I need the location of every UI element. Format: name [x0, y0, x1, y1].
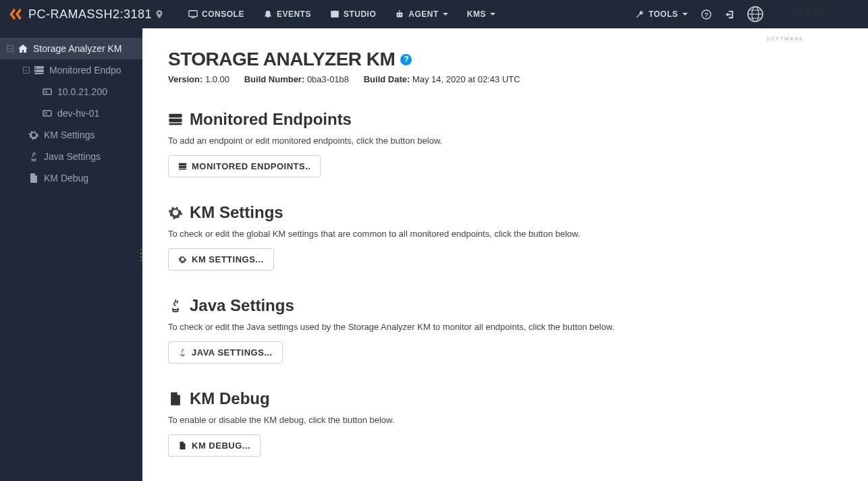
- tree-monitored-label: Monitored Endpo: [49, 65, 121, 76]
- server-icon: [168, 112, 183, 127]
- tree-java-settings-label: Java Settings: [44, 151, 101, 162]
- build-label: Build Number:: [244, 74, 305, 84]
- section-title: KM Debug: [190, 389, 270, 408]
- section-desc: To add an endpoint or edit monitored end…: [168, 136, 842, 146]
- file-icon: [28, 173, 39, 183]
- section-title: Monitored Endpoints: [190, 110, 352, 129]
- gear-icon: [168, 205, 183, 220]
- server-icon: [34, 65, 45, 76]
- tree-collapse-icon[interactable]: −: [7, 45, 13, 52]
- caret-down-icon: [443, 13, 448, 16]
- button-label: KM Debug...: [192, 441, 250, 451]
- tree-java-settings[interactable]: Java Settings: [0, 146, 142, 167]
- java-icon: [28, 151, 39, 162]
- tree-endpoint-label: 10.0.21.200: [57, 86, 107, 97]
- caret-down-icon: [490, 13, 495, 16]
- location-pin-icon[interactable]: [155, 9, 164, 19]
- tree-km-settings[interactable]: KM Settings: [0, 124, 142, 146]
- section-km-debug: KM Debug To enable or disable the KM deb…: [168, 389, 842, 457]
- section-title: KM Settings: [190, 203, 283, 222]
- version-info: Version: 1.0.00 Build Number: 0ba3-01b8 …: [168, 74, 842, 84]
- date-label: Build Date:: [364, 74, 410, 84]
- nav-studio-label: Studio: [344, 9, 376, 19]
- main-content: STORAGE ANALYZER KM ? Version: 1.0.00 Bu…: [142, 28, 868, 481]
- nav-agent[interactable]: Agent: [385, 0, 458, 28]
- nav-kms[interactable]: KMs: [458, 0, 505, 28]
- help-icon[interactable]: ?: [400, 54, 412, 65]
- tree-root-label: Storage Analyzer KM: [33, 43, 122, 54]
- sentry-globe-icon: [747, 6, 763, 22]
- section-desc: To enable or disable the KM debug, click…: [168, 415, 842, 425]
- tree-endpoint-label: dev-hv-01: [57, 108, 99, 119]
- caret-down-icon: [682, 13, 688, 16]
- button-label: Java Settings...: [192, 347, 273, 358]
- sidebar-resize-handle[interactable]: ⋮⋮: [136, 252, 146, 258]
- help-button[interactable]: [695, 9, 718, 20]
- tree-monitored-endpoints[interactable]: − Monitored Endpo: [0, 59, 142, 81]
- version-value: 1.0.00: [205, 74, 229, 84]
- tree-km-debug[interactable]: KM Debug: [0, 167, 142, 189]
- nav-tools[interactable]: Tools: [628, 0, 695, 28]
- home-icon: [18, 43, 28, 54]
- java-icon: [168, 298, 183, 313]
- section-desc: To check or edit the global KM settings …: [168, 229, 842, 239]
- java-icon: [178, 348, 187, 357]
- section-endpoints: Monitored Endpoints To add an endpoint o…: [168, 110, 842, 177]
- km-debug-button[interactable]: KM Debug...: [168, 434, 261, 457]
- section-title: Java Settings: [190, 296, 294, 315]
- nav-links: Console Events Studio Agent KMs: [179, 0, 505, 28]
- top-navbar: PC-RAMASSH2:3181 Console Events Studio A…: [0, 0, 868, 28]
- logout-button[interactable]: [718, 9, 742, 20]
- file-icon: [178, 441, 187, 450]
- nav-right: Tools SENTRYSOFTWARE: [628, 0, 868, 28]
- tree-km-settings-label: KM Settings: [44, 130, 94, 140]
- section-km-settings: KM Settings To check or edit the global …: [168, 203, 842, 271]
- file-icon: [168, 391, 183, 406]
- section-desc: To check or edit the Java settings used …: [168, 322, 842, 332]
- monitored-endpoints-button[interactable]: Monitored Endpoints..: [168, 155, 321, 177]
- brand-logo-icon: [7, 5, 24, 23]
- tree-root[interactable]: − Storage Analyzer KM: [0, 38, 142, 59]
- nav-events-label: Events: [277, 9, 311, 19]
- tree-endpoint-item[interactable]: dev-hv-01: [0, 103, 142, 124]
- host-label: PC-RAMASSH2:3181: [28, 7, 152, 22]
- km-settings-button[interactable]: KM Settings...: [168, 248, 274, 271]
- nav-kms-label: KMs: [467, 9, 486, 19]
- nav-console[interactable]: Console: [179, 0, 254, 28]
- page-title: STORAGE ANALYZER KM ?: [168, 49, 842, 70]
- button-label: KM Settings...: [192, 254, 264, 264]
- nav-agent-label: Agent: [408, 9, 439, 19]
- page-title-text: STORAGE ANALYZER KM: [168, 49, 395, 70]
- nav-studio[interactable]: Studio: [321, 0, 385, 28]
- date-value: May 14, 2020 at 02:43 UTC: [412, 74, 520, 84]
- java-settings-button[interactable]: Java Settings...: [168, 341, 283, 364]
- section-java-settings: Java Settings To check or edit the Java …: [168, 296, 842, 364]
- button-label: Monitored Endpoints..: [192, 161, 310, 171]
- tree-collapse-icon[interactable]: −: [23, 67, 30, 74]
- tree-km-debug-label: KM Debug: [44, 173, 88, 183]
- tree-endpoint-item[interactable]: 10.0.21.200: [0, 81, 142, 103]
- nav-console-label: Console: [202, 9, 244, 19]
- gear-icon: [28, 130, 39, 140]
- gear-icon: [178, 255, 187, 264]
- server-icon: [178, 162, 187, 171]
- nav-tools-label: Tools: [649, 9, 678, 19]
- version-label: Version:: [168, 74, 202, 84]
- build-value: 0ba3-01b8: [307, 74, 349, 84]
- nav-events[interactable]: Events: [254, 0, 321, 28]
- host-icon: [42, 86, 53, 97]
- sidebar-tree: − Storage Analyzer KM − Monitored Endpo …: [0, 28, 142, 481]
- host-icon: [42, 108, 53, 119]
